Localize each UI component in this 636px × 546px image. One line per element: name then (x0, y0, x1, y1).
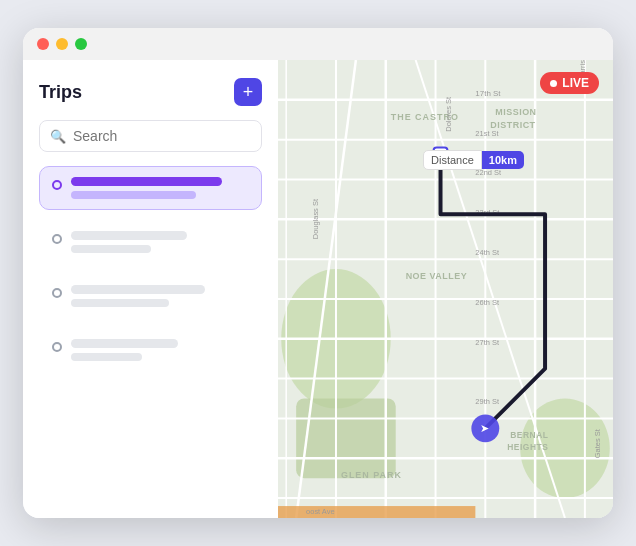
trip-line-top (71, 339, 178, 348)
live-label: LIVE (562, 76, 589, 90)
minimize-button[interactable] (56, 38, 68, 50)
svg-text:29th St: 29th St (475, 397, 500, 406)
svg-text:24th St: 24th St (475, 248, 500, 257)
distance-label: Distance (423, 150, 482, 170)
pin-icon (52, 288, 62, 298)
trip-info (71, 177, 249, 199)
browser-window: Trips + 🔍 (23, 28, 613, 518)
trip-info (71, 231, 249, 253)
svg-text:➤: ➤ (480, 422, 489, 434)
trip-line-bottom (71, 353, 142, 361)
sidebar-header: Trips + (39, 78, 262, 106)
search-input[interactable] (73, 128, 251, 144)
title-bar (23, 28, 613, 60)
svg-text:26th St: 26th St (475, 298, 500, 307)
trip-line-top (71, 231, 187, 240)
distance-tooltip: Distance 10km (423, 150, 524, 170)
svg-text:DISTRICT: DISTRICT (490, 120, 535, 130)
content-area: Trips + 🔍 (23, 60, 613, 518)
search-box[interactable]: 🔍 (39, 120, 262, 152)
trip-item[interactable] (39, 328, 262, 372)
distance-value: 10km (482, 151, 524, 169)
pin-icon (52, 180, 62, 190)
svg-text:21st St: 21st St (475, 129, 499, 138)
live-dot (550, 80, 557, 87)
sidebar: Trips + 🔍 (23, 60, 278, 518)
trip-info (71, 285, 249, 307)
svg-text:Dolores St: Dolores St (444, 96, 453, 132)
trip-item[interactable] (39, 166, 262, 210)
add-trip-button[interactable]: + (234, 78, 262, 106)
trip-info (71, 339, 249, 361)
trip-list (39, 166, 262, 372)
svg-text:NOE VALLEY: NOE VALLEY (406, 271, 468, 281)
svg-text:MISSION: MISSION (495, 107, 536, 117)
svg-text:BERNAL: BERNAL (510, 430, 548, 440)
maximize-button[interactable] (75, 38, 87, 50)
close-button[interactable] (37, 38, 49, 50)
trip-line-bottom (71, 299, 169, 307)
trip-item[interactable] (39, 220, 262, 264)
trip-line-bottom (71, 245, 151, 253)
trip-line-top (71, 285, 205, 294)
trip-line-top (71, 177, 222, 186)
svg-text:GLEN PARK: GLEN PARK (341, 470, 402, 480)
live-badge: LIVE (540, 72, 599, 94)
search-icon: 🔍 (50, 129, 66, 144)
trip-item[interactable] (39, 274, 262, 318)
trip-line-bottom (71, 191, 196, 199)
sidebar-title: Trips (39, 82, 82, 103)
svg-text:17th St: 17th St (475, 89, 501, 98)
map-area: 17th St 21st St 22nd St 23rd St 24th St … (278, 60, 613, 518)
svg-text:Douglass St: Douglass St (311, 198, 320, 239)
svg-text:oost Ave: oost Ave (306, 507, 334, 516)
svg-text:HEIGHTS: HEIGHTS (507, 442, 548, 452)
pin-icon (52, 342, 62, 352)
map-svg: 17th St 21st St 22nd St 23rd St 24th St … (278, 60, 613, 518)
pin-icon (52, 234, 62, 244)
svg-text:Gates St: Gates St (593, 428, 602, 458)
svg-text:27th St: 27th St (475, 338, 500, 347)
